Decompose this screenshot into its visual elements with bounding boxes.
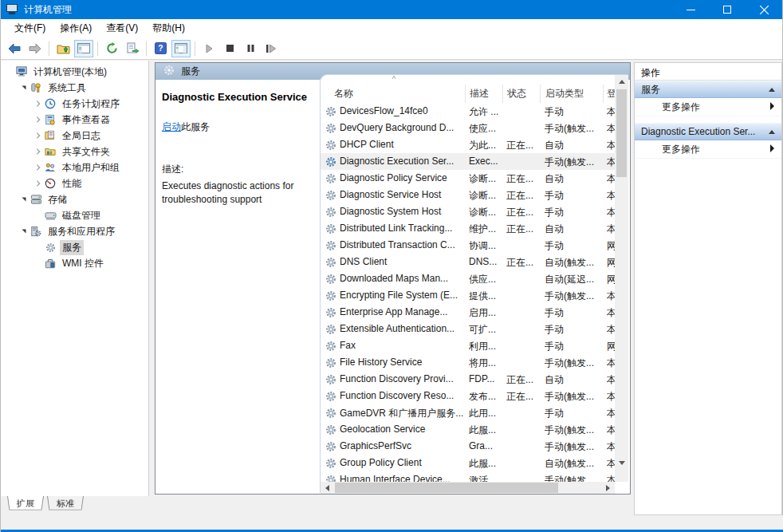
tree-item-task-scheduler[interactable]: 任务计划程序 [1, 96, 148, 112]
actions-section-header[interactable]: Diagnostic Execution Ser... [635, 123, 781, 140]
chevron-down-icon[interactable] [18, 226, 30, 237]
service-row[interactable]: Function Discovery Provi...FDP...正在...自动… [321, 371, 615, 388]
chevron-down-icon[interactable] [18, 194, 30, 205]
service-row[interactable]: Diagnostic Execution Ser...Exec...手动(触发.… [321, 153, 615, 170]
collapse-icon[interactable] [769, 130, 775, 134]
service-row[interactable]: Distributed Transaction C...协调...手动网 [321, 237, 615, 254]
collapse-icon[interactable] [769, 88, 775, 92]
service-name: Function Discovery Reso... [340, 390, 463, 401]
chevron-right-icon[interactable] [33, 98, 44, 109]
chevron-right-icon[interactable] [33, 130, 44, 141]
service-row[interactable]: GameDVR 和广播用户服务...此用...手动本 [321, 404, 615, 421]
tree-item-performance[interactable]: 性能 [1, 175, 148, 191]
service-row[interactable]: Human Interface Device...激活...手动(触发...本 [321, 471, 615, 483]
tree-item-computer[interactable]: 计算机管理(本地) [1, 64, 148, 80]
restart-service-button[interactable] [262, 40, 281, 57]
scroll-left-button[interactable] [321, 481, 334, 494]
service-row[interactable]: DevicesFlow_14fce0允许 ...手动本 [321, 103, 615, 120]
help-button[interactable]: ? [151, 40, 170, 57]
tree-item-disk[interactable]: 磁盘管理 [1, 207, 148, 223]
column-header-name[interactable]: 名称 [321, 85, 466, 103]
stop-service-button[interactable] [220, 40, 239, 57]
tree-item-event-viewer[interactable]: 事件查看器 [1, 112, 148, 128]
service-row[interactable]: DHCP Client为此...正在...自动本 [321, 136, 615, 153]
service-row[interactable]: Fax利用...手动网 [321, 337, 615, 354]
tab-extended[interactable]: 扩展 [7, 496, 44, 510]
service-row[interactable]: Diagnostic System Host诊断...正在...手动本 [321, 203, 615, 220]
close-button[interactable] [746, 0, 782, 19]
service-row[interactable]: Diagnostic Policy Service诊断...正在...自动本 [321, 170, 615, 187]
service-row[interactable]: Geolocation Service此服...手动(触发...本 [321, 421, 615, 438]
back-button[interactable] [5, 40, 24, 57]
chevron-down-icon[interactable] [18, 82, 30, 93]
service-startup: 自动 [545, 172, 604, 186]
service-name: Diagnostic Policy Service [340, 172, 463, 183]
tree-item-log[interactable]: 全局日志 [1, 128, 148, 144]
vertical-scroll-thumb[interactable] [616, 89, 627, 177]
pause-service-button[interactable] [241, 40, 260, 57]
start-service-link[interactable]: 启动 [162, 121, 181, 132]
service-startup: 手动 [545, 239, 604, 253]
pause-service-icon [246, 44, 255, 53]
service-row[interactable]: Enterprise App Manage...启用...手动本 [321, 304, 615, 321]
column-header-startup-type[interactable]: 启动类型 [541, 85, 604, 103]
horizontal-scrollbar[interactable] [321, 482, 615, 494]
actions-item-more-actions[interactable]: 更多操作 [635, 98, 781, 116]
service-row[interactable]: GraphicsPerfSvcGra...手动(触发...本 [321, 438, 615, 455]
export-list-button[interactable] [123, 40, 142, 57]
title-bar: 计算机管理 [1, 0, 782, 19]
scroll-down-button[interactable] [615, 456, 628, 470]
console-tree-toggle-button[interactable] [74, 40, 93, 57]
tree-item-tools[interactable]: 系统工具 [1, 80, 148, 96]
service-row[interactable]: Extensible Authentication...可扩...手动本 [321, 321, 615, 337]
horizontal-scroll-thumb[interactable] [335, 483, 558, 493]
actions-section-header[interactable]: 服务 [635, 81, 781, 98]
minimize-button[interactable] [672, 0, 709, 19]
service-row[interactable]: Group Policy Client此服...自动(触发...本 [321, 455, 615, 471]
service-row[interactable]: Distributed Link Tracking...维护...正在...自动… [321, 220, 615, 237]
start-service-button[interactable] [199, 40, 218, 57]
tree-item-users[interactable]: 本地用户和组 [1, 160, 148, 175]
tab-standard[interactable]: 标准 [47, 496, 84, 510]
service-desc: DNS... [469, 256, 504, 267]
forward-button[interactable] [26, 40, 45, 57]
column-header-description[interactable]: 描述 [466, 85, 503, 103]
service-startup: 手动 [545, 105, 604, 119]
tree-item-wmi[interactable]: WMI 控件 [1, 255, 148, 271]
tree-item-services-apps[interactable]: 服务和应用程序 [1, 223, 148, 239]
action-pane-toggle-icon [175, 43, 187, 53]
column-header-status[interactable]: 状态 [503, 85, 541, 103]
chevron-right-icon[interactable] [33, 162, 44, 173]
actions-item-label: 更多操作 [662, 143, 769, 156]
service-row[interactable]: Function Discovery Reso...发布...正在...手动(触… [321, 388, 615, 404]
chevron-right-icon[interactable] [33, 178, 44, 189]
tree-item-storage[interactable]: 存储 [1, 191, 148, 207]
service-desc: 发布... [469, 390, 504, 404]
menu-item-2[interactable]: 查看(V) [99, 19, 145, 37]
list-column-headers: ^ 名称 描述 状态 启动类型 登 [321, 75, 615, 103]
service-row[interactable]: DevQuery Background D...使应...手动(触发...本 [321, 120, 615, 136]
actions-item-more-actions[interactable]: 更多操作 [635, 140, 781, 159]
refresh-button[interactable] [102, 40, 121, 57]
chevron-right-icon[interactable] [33, 146, 44, 157]
menu-item-1[interactable]: 操作(A) [53, 19, 99, 37]
scroll-right-button[interactable] [601, 481, 615, 494]
column-header-logon[interactable]: 登 [604, 85, 615, 103]
service-row[interactable]: Encrypting File System (E...提供...手动(触发..… [321, 287, 615, 304]
maximize-button[interactable] [709, 0, 746, 19]
service-row[interactable]: Downloaded Maps Man...供应...自动(延迟...网 [321, 270, 615, 287]
tree-item-gear[interactable]: 服务 [1, 239, 148, 255]
up-level-button[interactable] [53, 40, 73, 57]
service-row[interactable]: Diagnostic Service Host诊断...正在...手动本 [321, 187, 615, 203]
menu-item-0[interactable]: 文件(F) [7, 19, 53, 37]
menu-item-3[interactable]: 帮助(H) [145, 19, 192, 37]
chevron-right-icon[interactable] [33, 114, 44, 125]
service-row[interactable]: File History Service将用...手动(触发...本 [321, 354, 615, 371]
tree-item-shared-folder[interactable]: 共享文件夹 [1, 144, 148, 160]
vertical-scrollbar[interactable] [615, 75, 628, 482]
export-list-icon [126, 42, 139, 54]
action-pane-toggle-button[interactable] [171, 40, 191, 57]
service-logon: 本 [607, 223, 615, 236]
service-row[interactable]: DNS ClientDNS...正在...自动(触发...网 [321, 254, 615, 270]
scroll-up-button[interactable] [615, 75, 628, 89]
